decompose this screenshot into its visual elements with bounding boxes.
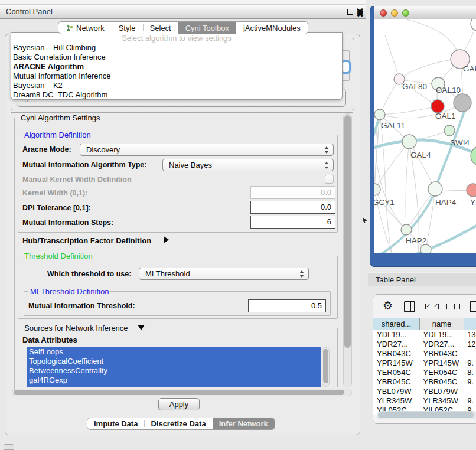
document-icon[interactable] — [470, 301, 476, 312]
network-node-gcy1[interactable] — [374, 184, 380, 195]
table-cell — [464, 349, 476, 358]
network-node-hap4[interactable] — [428, 182, 442, 196]
split-columns-icon[interactable] — [404, 301, 415, 312]
table-row[interactable]: YBL079WYBL079W — [373, 387, 476, 396]
algorithm-option[interactable]: Mutual Information Inference — [11, 71, 342, 81]
network-node-y[interactable] — [467, 184, 476, 197]
table-row[interactable]: YDR27...YDR27...12 — [373, 340, 476, 349]
kernel-width-label: Kernel Width (0,1): — [22, 189, 87, 197]
expand-arrow-icon[interactable] — [164, 236, 169, 243]
table-cell: YLR345W — [373, 396, 420, 406]
network-node-hap2[interactable] — [401, 224, 412, 235]
control-panel-titlebar: Control Panel ✖ — [0, 5, 366, 19]
tab-label: Network — [76, 24, 105, 32]
table-panel-titlebar: Table Panel — [368, 272, 476, 286]
algorithm-option[interactable]: Bayesian – K2 — [11, 81, 342, 90]
manual-kernel-checkbox[interactable] — [325, 175, 334, 184]
select-all-icon[interactable] — [425, 304, 439, 309]
network-node[interactable] — [471, 19, 476, 31]
table-row[interactable]: YBR045CYBR045C9. — [373, 377, 476, 387]
table-header[interactable]: shared...name — [373, 318, 476, 330]
tab-select[interactable]: Select — [143, 22, 178, 34]
algorithm-option[interactable]: Bayesian – Hill Climbing — [11, 43, 342, 53]
data-attribute-item[interactable]: TopologicalCoefficient — [27, 357, 321, 366]
data-attribute-item[interactable]: gal4RGexp — [27, 376, 321, 385]
network-node-label: GAL7 — [463, 64, 476, 73]
settings-horizontal-scrollbar[interactable] — [12, 389, 352, 396]
network-icon — [66, 24, 73, 32]
network-node-swi4[interactable] — [444, 125, 455, 136]
tab-infer-network[interactable]: Infer Network — [213, 418, 275, 429]
which-threshold-combo[interactable]: MI Threshold — [139, 268, 309, 280]
network-node-label: GAL4 — [410, 151, 431, 159]
tab-jactivemnodules[interactable]: jActiveMNodules — [236, 22, 308, 34]
table-horizontal-scrollbar[interactable] — [377, 411, 476, 419]
tab-cyni-toolbox[interactable]: Cyni Toolbox — [178, 22, 236, 34]
tab-discretize-data[interactable]: Discretize Data — [144, 418, 212, 429]
data-attributes-label: Data Attributes — [22, 335, 77, 344]
network-node[interactable] — [471, 146, 476, 166]
algorithm-option[interactable]: Dream8 DC_TDC Algorithm — [11, 90, 342, 100]
deselect-all-icon[interactable] — [446, 304, 460, 309]
gear-icon[interactable]: ⚙ — [383, 299, 393, 312]
kernel-width-field[interactable]: 0.0 — [250, 186, 335, 199]
sources-title: Sources for Network Inference — [22, 324, 130, 332]
dpi-tolerance-field[interactable]: 0.0 — [250, 201, 335, 214]
aracne-mode-combo[interactable]: Discovery — [80, 144, 334, 156]
settings-vertical-scrollbar[interactable] — [343, 113, 352, 387]
zoom-traffic-light[interactable] — [402, 9, 409, 17]
data-attribute-item[interactable]: BetweennessCentrality — [27, 366, 321, 376]
collapse-arrow-icon[interactable] — [138, 325, 145, 330]
column-header-shared...[interactable]: shared... — [373, 318, 420, 330]
cyni-settings-title: Cyni Algorithm Settings — [19, 113, 102, 122]
column-header-extra[interactable] — [464, 318, 476, 330]
close-traffic-light[interactable] — [380, 9, 387, 17]
data-attributes-list[interactable]: SelfLoopsTopologicalCoefficientBetweenne… — [27, 347, 321, 387]
tab-style[interactable]: Style — [112, 22, 143, 34]
network-node-label: SWI4 — [450, 138, 470, 147]
network-node-gal1[interactable] — [431, 100, 444, 113]
table-cell — [464, 387, 476, 396]
mi-type-combo[interactable]: Naive Bayes — [162, 159, 334, 171]
network-node[interactable] — [454, 94, 471, 112]
table-row[interactable]: YPR145WYPR145W9. — [373, 358, 476, 368]
mi-steps-field[interactable]: 6 — [250, 216, 335, 229]
application-root: Control Panel ✖ galFiltered.sif default … — [0, 0, 476, 450]
table-row[interactable]: YLR345WYLR345W9. — [373, 396, 476, 406]
tab-label: jActiveMNodules — [243, 24, 301, 32]
attributes-scrollbar[interactable] — [322, 347, 330, 387]
hub-definition-label[interactable]: Hub/Transcription Factor Definition — [22, 236, 151, 245]
mi-threshold-field[interactable]: 0.5 — [248, 299, 326, 312]
algorithm-option[interactable]: Basic Correlation Inference — [11, 53, 342, 62]
table-cell: YDR27... — [420, 340, 464, 349]
network-node[interactable] — [420, 244, 431, 253]
network-view-canvas[interactable]: GAL7GAL80GAL10GAL1GAL11SWI4GAL4GCY1HAP4Y… — [374, 19, 476, 253]
table-row[interactable]: YBR043CYBR043C — [373, 349, 476, 358]
table-cell: YDR27... — [373, 340, 420, 349]
data-attribute-item[interactable]: SelfLoops — [27, 347, 321, 357]
float-window-icon[interactable] — [347, 9, 353, 15]
tab-label: Cyni Toolbox — [185, 24, 229, 32]
network-window-titlebar[interactable] — [374, 6, 476, 19]
network-node-gal11[interactable] — [374, 109, 385, 120]
network-node-label: GAL10 — [436, 86, 461, 94]
table-row[interactable]: YER054CYER054C8. — [373, 368, 476, 377]
table-cell: YPR145W — [420, 358, 464, 368]
table-panel-window: ⚙ shared...name YDL19...YDL19...13YDR27.… — [373, 294, 476, 424]
table-row[interactable]: YDL19...YDL19...13 — [373, 330, 476, 340]
close-icon[interactable]: ✖ — [356, 8, 363, 15]
tab-impute-data[interactable]: Impute Data — [87, 418, 144, 429]
table-cell: 9. — [464, 377, 476, 387]
tab-network[interactable]: Network — [58, 22, 112, 34]
column-header-name[interactable]: name — [420, 318, 464, 330]
network-node-gal4[interactable] — [402, 135, 416, 149]
minimize-traffic-light[interactable] — [391, 9, 398, 17]
table-panel-title: Table Panel — [376, 275, 416, 284]
minimized-panel-icon[interactable] — [4, 444, 14, 450]
network-node-label: HAP4 — [435, 198, 457, 207]
table-cell: YBR043C — [420, 349, 464, 358]
apply-button[interactable]: Apply — [158, 398, 200, 410]
table-rows[interactable]: YDL19...YDL19...13YDR27...YDR27...12YBR0… — [373, 330, 476, 415]
network-node-label: GCY1 — [374, 198, 395, 207]
algorithm-option[interactable]: ARACNE Algorithm — [11, 62, 342, 71]
